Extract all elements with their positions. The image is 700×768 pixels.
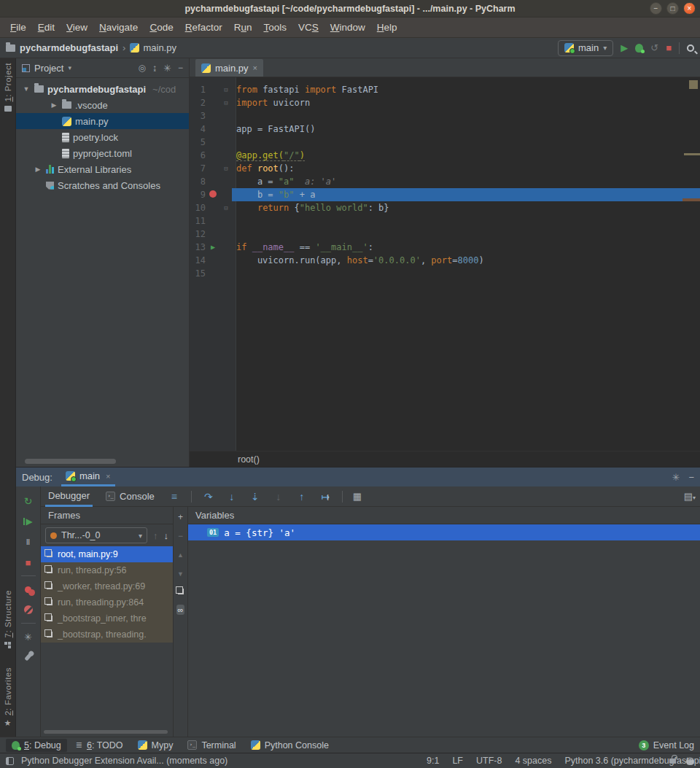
- toolwindow-button-todo[interactable]: ≣6: TODO: [70, 739, 129, 752]
- debug-session-tab[interactable]: main ×: [61, 468, 115, 486]
- line-number[interactable]: 12: [190, 228, 206, 241]
- status-message[interactable]: Python Debugger Extension Avail... (mome…: [21, 756, 228, 766]
- status-item[interactable]: 4 spaces: [515, 756, 551, 766]
- toolwindow-button-python-console[interactable]: Python Console: [245, 739, 335, 752]
- editor-tab-main-py[interactable]: main.py ×: [195, 59, 263, 77]
- gear-icon[interactable]: ✳: [672, 472, 680, 483]
- hide-panel-icon[interactable]: −: [178, 63, 183, 73]
- previous-frame-icon[interactable]: ↑: [153, 530, 158, 541]
- menu-navigate[interactable]: Navigate: [93, 22, 144, 33]
- tree-item-scratches-and-consoles[interactable]: Scratches and Consoles: [16, 177, 189, 193]
- evaluate-expression-icon[interactable]: ▦: [353, 491, 362, 502]
- expander-icon[interactable]: ▼: [22, 85, 31, 93]
- code-line-2[interactable]: 2⊟import uvicorn: [190, 96, 700, 109]
- fold-marker-icon[interactable]: ⊟: [220, 162, 232, 175]
- menu-edit[interactable]: Edit: [32, 22, 61, 33]
- code-area[interactable]: 1⊟from fastapi import FastAPI2⊟import uv…: [190, 77, 700, 451]
- line-number[interactable]: 14: [190, 254, 206, 267]
- line-number[interactable]: 5: [190, 136, 206, 149]
- line-number[interactable]: 1: [190, 83, 206, 96]
- run-configuration-select[interactable]: main ▾: [558, 40, 613, 56]
- line-number[interactable]: 3: [190, 109, 206, 123]
- run-with-coverage-button[interactable]: ↺: [650, 42, 658, 53]
- minimize-button[interactable]: −: [650, 2, 662, 15]
- project-panel-title[interactable]: Project: [34, 63, 63, 74]
- maximize-button[interactable]: □: [666, 2, 679, 15]
- stripe-tab-project[interactable]: 1: Project: [4, 63, 12, 112]
- line-number[interactable]: 4: [190, 123, 206, 136]
- stop-button[interactable]: ■: [666, 42, 672, 53]
- step-out-icon[interactable]: ↑: [295, 491, 308, 503]
- status-item[interactable]: 9:1: [427, 756, 439, 766]
- line-number[interactable]: 13: [190, 241, 206, 254]
- tab-debugger[interactable]: Debugger: [45, 486, 93, 507]
- code-line-5[interactable]: 5: [190, 136, 700, 149]
- frame-row[interactable]: _bootstrap, threading.: [41, 627, 173, 643]
- gear-icon[interactable]: ✳: [163, 63, 171, 74]
- stop-icon[interactable]: ■: [26, 557, 31, 568]
- event-log-button[interactable]: 3 Event Log: [639, 740, 694, 750]
- fold-marker-icon[interactable]: ⊟: [220, 201, 232, 214]
- move-watch-down-icon[interactable]: ▼: [177, 570, 184, 578]
- remove-watch-icon[interactable]: −: [178, 532, 183, 540]
- menu-run[interactable]: Run: [228, 22, 258, 33]
- stripe-tab-favorites[interactable]: 2: Favorites★: [4, 667, 12, 726]
- tree-item-poetry-lock[interactable]: poetry.lock: [16, 129, 189, 145]
- code-line-7[interactable]: 7⊟def root():: [190, 162, 700, 175]
- step-over-icon[interactable]: ↷: [202, 491, 215, 503]
- breadcrumb-project[interactable]: pycharmdebugfastapi: [20, 42, 118, 53]
- variable-row[interactable]: 01a = {str} 'a': [188, 524, 700, 540]
- menu-help[interactable]: Help: [371, 22, 403, 33]
- view-breakpoints-icon[interactable]: [25, 586, 31, 593]
- code-line-1[interactable]: 1⊟from fastapi import FastAPI: [190, 83, 700, 96]
- code-line-11[interactable]: 11: [190, 214, 700, 228]
- debug-settings-gear-icon[interactable]: ✳: [24, 632, 32, 643]
- line-number[interactable]: 10: [190, 201, 206, 214]
- pin-tab-icon[interactable]: [24, 653, 31, 662]
- close-icon[interactable]: ×: [253, 63, 257, 72]
- pause-program-icon[interactable]: ‖: [26, 538, 30, 546]
- stripe-tab-structure[interactable]: 7: Structure: [4, 590, 12, 648]
- tree-item-external-libraries[interactable]: ▶External Libraries: [16, 161, 189, 177]
- duplicate-watch-icon[interactable]: [178, 589, 184, 594]
- force-step-into-icon[interactable]: ↓: [272, 491, 285, 503]
- line-number[interactable]: 6: [190, 149, 206, 162]
- code-line-4[interactable]: 4app = FastAPI(): [190, 123, 700, 136]
- tree-item-pyproject-toml[interactable]: pyproject.toml: [16, 145, 189, 161]
- lock-icon[interactable]: [669, 759, 676, 764]
- toolwindow-toggle-icon[interactable]: [6, 757, 14, 765]
- menu-refactor[interactable]: Refactor: [179, 22, 228, 33]
- code-line-12[interactable]: 12: [190, 228, 700, 241]
- fold-marker-icon[interactable]: ⊟: [220, 83, 232, 96]
- menu-vcs[interactable]: VCS: [292, 22, 324, 33]
- tab-console[interactable]: ›_ Console: [103, 486, 158, 507]
- frame-row[interactable]: run, threading.py:864: [41, 594, 173, 610]
- frame-row[interactable]: run, thread.py:56: [41, 562, 173, 578]
- fold-marker-icon[interactable]: ⊟: [220, 96, 232, 109]
- code-line-15[interactable]: 15: [190, 267, 700, 280]
- toolwindow-button-terminal[interactable]: ›_Terminal: [182, 739, 241, 752]
- show-watches-icon[interactable]: ∞: [176, 605, 185, 615]
- thread-dropdown[interactable]: Thr...-0_0 ▾: [45, 527, 147, 543]
- mute-breakpoints-icon[interactable]: [24, 605, 33, 614]
- step-into-icon[interactable]: ↓: [225, 491, 238, 503]
- step-into-my-code-icon[interactable]: ⇣: [249, 491, 262, 503]
- run-to-cursor-icon[interactable]: ↦I: [319, 491, 332, 503]
- menu-tools[interactable]: Tools: [257, 22, 292, 33]
- toolwindow-button-mypy[interactable]: Mypy: [132, 739, 179, 752]
- status-item[interactable]: Python 3.6 (pycharmdebugfastapi-9cdjtyrg…: [564, 756, 700, 766]
- code-line-14[interactable]: 14 uvicorn.run(app, host='0.0.0.0', port…: [190, 254, 700, 267]
- locate-file-icon[interactable]: ◎: [139, 63, 146, 73]
- code-line-9[interactable]: 9 b = "b" + a: [190, 188, 700, 201]
- breadcrumb-file[interactable]: main.py: [143, 42, 176, 53]
- add-watch-icon[interactable]: +: [178, 513, 183, 521]
- menu-code[interactable]: Code: [144, 22, 179, 33]
- close-icon[interactable]: ×: [106, 472, 110, 481]
- line-number[interactable]: 11: [190, 214, 206, 228]
- code-line-10[interactable]: 10⊟ return {"hello world": b}: [190, 201, 700, 214]
- code-line-8[interactable]: 8 a = "a" a: 'a': [190, 175, 700, 188]
- resume-program-icon[interactable]: ▶: [23, 518, 32, 525]
- status-item[interactable]: LF: [452, 756, 463, 766]
- code-line-6[interactable]: 6@app.get("/"): [190, 149, 700, 162]
- toolwindow-button-debug[interactable]: 5: Debug: [6, 739, 67, 752]
